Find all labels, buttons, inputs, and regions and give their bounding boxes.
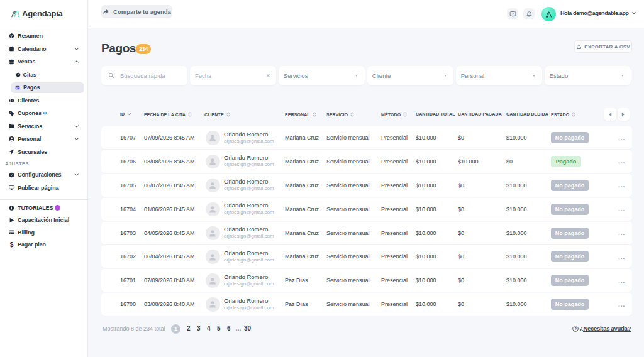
svg-text:?: ? [574, 327, 577, 331]
svg-text:?: ? [512, 12, 514, 15]
